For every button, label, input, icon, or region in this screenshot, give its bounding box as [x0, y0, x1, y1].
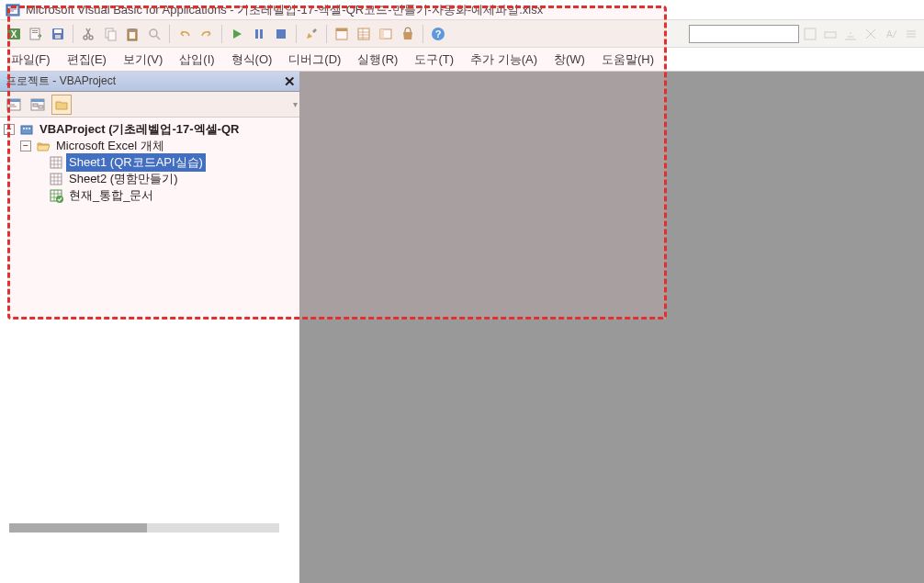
- svg-point-40: [28, 128, 30, 129]
- project-panel-toolbar: ▾: [0, 92, 299, 118]
- toggle-folders-icon[interactable]: [51, 95, 72, 115]
- menu-addins[interactable]: 추가 기능(A): [463, 49, 545, 71]
- svg-rect-19: [260, 29, 263, 39]
- insert-module-icon[interactable]: [26, 24, 46, 44]
- toolbox-icon[interactable]: [398, 24, 418, 44]
- grey-icon-5: A: [882, 25, 900, 43]
- tree-item-sheet1[interactable]: Sheet1 (QR코드API실습): [2, 154, 298, 171]
- menu-window[interactable]: 창(W): [547, 49, 592, 71]
- svg-rect-37: [21, 126, 32, 134]
- tree-item-sheet2[interactable]: Sheet2 (명함만들기): [2, 171, 298, 187]
- svg-rect-5: [32, 30, 38, 31]
- excel-icon[interactable]: X: [4, 24, 24, 44]
- svg-point-11: [89, 36, 93, 39]
- svg-rect-29: [825, 32, 836, 38]
- svg-point-39: [26, 128, 28, 129]
- main-toolbar: X ? A: [0, 20, 924, 48]
- undo-icon[interactable]: [175, 24, 195, 44]
- tree-sheet2-label: Sheet2 (명함만들기): [66, 170, 180, 188]
- view-code-icon[interactable]: [4, 95, 24, 115]
- menu-insert[interactable]: 삽입(I): [172, 49, 221, 71]
- collapse-icon[interactable]: −: [4, 124, 15, 135]
- svg-rect-34: [31, 99, 44, 102]
- svg-rect-13: [108, 31, 116, 40]
- title-bar: Microsoft Visual Basic for Applications …: [0, 0, 924, 20]
- svg-rect-32: [7, 99, 20, 102]
- menu-format[interactable]: 형식(O): [224, 49, 280, 71]
- tree-folder-label: Microsoft Excel 개체: [53, 137, 167, 155]
- separator: [423, 25, 423, 43]
- separator: [296, 25, 297, 43]
- stop-icon[interactable]: [271, 24, 291, 44]
- project-explorer-icon[interactable]: [332, 24, 352, 44]
- svg-rect-42: [51, 174, 62, 185]
- svg-rect-16: [130, 32, 135, 39]
- menu-file[interactable]: 파일(F): [4, 49, 58, 71]
- menu-view[interactable]: 보기(V): [116, 49, 170, 71]
- svg-text:X: X: [11, 29, 17, 39]
- svg-rect-36: [39, 106, 43, 108]
- collapse-icon[interactable]: −: [20, 140, 31, 151]
- run-icon[interactable]: [227, 24, 247, 44]
- svg-text:A: A: [886, 29, 893, 39]
- svg-rect-41: [51, 157, 62, 168]
- menu-run[interactable]: 실행(R): [350, 49, 405, 71]
- svg-rect-18: [255, 29, 258, 39]
- grey-icon-1: [801, 25, 819, 43]
- folder-open-icon: [36, 139, 51, 153]
- svg-rect-35: [33, 104, 38, 107]
- close-icon[interactable]: ✕: [281, 73, 298, 90]
- menu-edit[interactable]: 편집(E): [60, 49, 114, 71]
- design-mode-icon[interactable]: [301, 24, 321, 44]
- svg-rect-25: [380, 29, 384, 39]
- horizontal-scrollbar[interactable]: [9, 523, 279, 533]
- code-mdi-area: [301, 72, 924, 583]
- svg-rect-9: [55, 35, 61, 39]
- tree-workbook-label: 현재_통합_문서: [66, 186, 156, 205]
- project-explorer-panel: 프로젝트 - VBAProject ✕ ▾ − VBAProject (기초레벨…: [0, 72, 301, 583]
- grey-icon-6: [902, 25, 920, 43]
- tree-project-root[interactable]: − VBAProject (기초레벨업-17-엑셀-QR: [2, 121, 298, 138]
- svg-rect-20: [276, 29, 286, 39]
- svg-point-17: [150, 29, 157, 37]
- menu-debug[interactable]: 디버그(D): [281, 49, 348, 71]
- project-icon: [19, 122, 34, 137]
- svg-point-38: [23, 128, 25, 129]
- menu-bar: 파일(F) 편집(E) 보기(V) 삽입(I) 형식(O) 디버그(D) 실행(…: [0, 48, 924, 72]
- project-panel-title: 프로젝트 - VBAProject: [6, 73, 116, 89]
- copy-icon[interactable]: [100, 24, 120, 44]
- scrollbar-thumb[interactable]: [9, 523, 147, 533]
- help-icon[interactable]: ?: [428, 24, 448, 44]
- save-icon[interactable]: [48, 24, 68, 44]
- redo-icon[interactable]: [197, 24, 217, 44]
- svg-rect-15: [130, 28, 135, 31]
- worksheet-icon: [49, 155, 63, 170]
- separator: [221, 25, 222, 43]
- grey-icon-4: [862, 25, 880, 43]
- procedure-dropdown[interactable]: [689, 25, 799, 43]
- window-title: Microsoft Visual Basic for Applications …: [26, 2, 543, 18]
- paste-icon[interactable]: [122, 24, 142, 44]
- menu-help[interactable]: 도움말(H): [594, 49, 661, 71]
- grey-icon-3: [841, 25, 860, 43]
- tree-folder-excel-objects[interactable]: − Microsoft Excel 개체: [2, 138, 298, 154]
- svg-rect-28: [805, 28, 816, 39]
- cut-icon[interactable]: [78, 24, 98, 44]
- vba-app-icon: [6, 3, 20, 17]
- tree-project-label: VBAProject (기초레벨업-17-엑셀-QR: [37, 120, 242, 139]
- pause-icon[interactable]: [249, 24, 269, 44]
- workbook-icon: [49, 188, 63, 203]
- properties-icon[interactable]: [354, 24, 374, 44]
- tree-item-workbook[interactable]: 현재_통합_문서: [2, 187, 298, 204]
- separator: [169, 25, 170, 43]
- project-tree: − VBAProject (기초레벨업-17-엑셀-QR − Microsoft…: [0, 118, 299, 583]
- svg-rect-22: [336, 28, 347, 31]
- find-icon[interactable]: [144, 24, 164, 44]
- worksheet-icon: [49, 172, 63, 186]
- svg-rect-4: [30, 28, 39, 39]
- svg-rect-6: [32, 32, 38, 33]
- object-browser-icon[interactable]: [376, 24, 396, 44]
- project-panel-header: 프로젝트 - VBAProject ✕: [0, 72, 299, 92]
- view-object-icon[interactable]: [28, 95, 48, 115]
- menu-tools[interactable]: 도구(T): [407, 49, 461, 71]
